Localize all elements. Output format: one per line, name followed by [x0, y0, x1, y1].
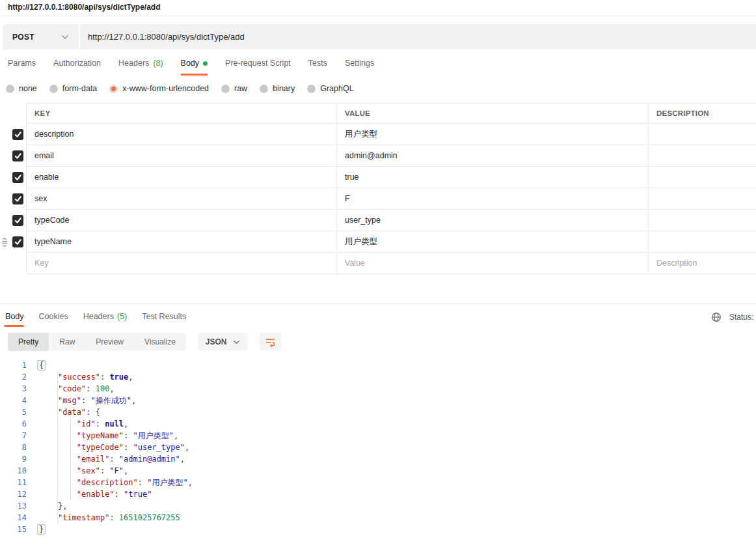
line-number: 11 — [0, 477, 32, 488]
token-key: "typeName" — [77, 431, 124, 440]
method-dropdown[interactable]: POST — [3, 24, 80, 49]
drag-handle-icon — [1, 237, 8, 247]
language-dropdown[interactable]: JSON — [198, 333, 248, 351]
param-value-cell[interactable]: 用户类型 — [336, 124, 648, 145]
chevron-down-icon — [61, 35, 69, 40]
param-description-cell[interactable] — [648, 188, 756, 210]
view-mode-preview[interactable]: Preview — [85, 333, 134, 351]
url-bar: POST http://127.0.0.1:8080/api/sys/dictT… — [3, 24, 756, 49]
param-description-cell[interactable] — [648, 167, 756, 188]
body-mode-binary[interactable]: binary — [260, 84, 295, 93]
code-text: } — [39, 524, 46, 535]
tab-settings[interactable]: Settings — [345, 59, 374, 76]
param-value-cell[interactable]: F — [336, 188, 648, 210]
token-pun: , — [185, 443, 189, 452]
tab-params[interactable]: Params — [8, 59, 36, 76]
token-num: 1651025767255 — [119, 513, 180, 522]
token-str: "用户类型" — [147, 478, 187, 487]
empty-param-row: KeyValueDescription — [0, 253, 756, 274]
mode-label: binary — [273, 84, 295, 93]
body-mode-radios: noneform-datax-www-form-urlencodedrawbin… — [6, 84, 354, 93]
line-number: 5 — [0, 406, 32, 418]
token-key: "description" — [77, 478, 138, 487]
tab-authorization[interactable]: Authorization — [53, 59, 101, 76]
row-gutter — [0, 188, 26, 210]
url-input[interactable]: http://127.0.0.1:8080/api/sys/dictType/a… — [80, 24, 756, 49]
view-mode-visualize[interactable]: Visualize — [134, 333, 186, 351]
mode-label: none — [19, 84, 37, 93]
code-line: 8 "typeCode": "user_type", — [0, 442, 756, 453]
token-str: "用户类型" — [133, 431, 174, 440]
code-text: "success": true, — [39, 371, 133, 383]
tab-count: (5) — [117, 312, 127, 321]
param-value-cell[interactable]: user_type — [336, 210, 648, 231]
token-num: 100 — [96, 384, 110, 393]
body-mode-graphql[interactable]: GraphQL — [307, 84, 353, 93]
response-tab-test-results[interactable]: Test Results — [142, 312, 186, 321]
param-value-cell[interactable]: true — [336, 167, 648, 188]
row-checkbox[interactable] — [12, 193, 23, 204]
body-mode-form-data[interactable]: form-data — [49, 84, 98, 93]
param-description-cell[interactable] — [648, 210, 756, 231]
view-mode-raw[interactable]: Raw — [49, 333, 85, 351]
row-checkbox[interactable] — [12, 236, 23, 247]
active-tab-underline — [4, 325, 24, 327]
drag-handle[interactable] — [1, 237, 8, 247]
param-value-input[interactable]: Value — [336, 253, 648, 274]
tab-headers[interactable]: Headers(8) — [118, 59, 163, 76]
response-tab-headers[interactable]: Headers(5) — [83, 312, 128, 321]
param-key-cell[interactable]: sex — [26, 188, 336, 210]
param-key-cell[interactable]: typeName — [26, 231, 336, 253]
line-number: 14 — [0, 512, 32, 524]
check-icon — [14, 238, 22, 246]
row-checkbox[interactable] — [12, 215, 23, 226]
view-mode-pretty[interactable]: Pretty — [8, 333, 49, 351]
token-pun: , — [124, 419, 128, 428]
wrap-text-button[interactable] — [260, 333, 281, 351]
body-mode-none[interactable]: none — [6, 84, 37, 93]
param-value-cell[interactable]: 用户类型 — [336, 231, 648, 253]
row-checkbox[interactable] — [12, 129, 23, 140]
param-key-cell[interactable]: enable — [26, 167, 336, 188]
row-gutter — [0, 253, 26, 274]
param-description-cell[interactable] — [648, 231, 756, 253]
tab-pre-request-script[interactable]: Pre-request Script — [225, 59, 291, 76]
param-description-cell[interactable] — [648, 145, 756, 167]
table-row: description用户类型 — [0, 124, 756, 145]
body-mode-x-www-form-urlencoded[interactable]: x-www-form-urlencoded — [109, 84, 209, 93]
radio-icon — [307, 85, 316, 93]
param-key-cell[interactable]: typeCode — [26, 210, 336, 231]
row-checkbox[interactable] — [12, 150, 23, 161]
token-pun: : — [115, 490, 124, 499]
language-label: JSON — [206, 337, 227, 346]
body-mode-raw[interactable]: raw — [221, 84, 247, 93]
token-key: "timestamp" — [58, 513, 109, 522]
code-line: 2 "success": true, — [0, 371, 756, 383]
row-checkbox[interactable] — [12, 172, 23, 183]
fold-bracket[interactable]: } — [37, 524, 46, 535]
code-text: "id": null, — [39, 418, 128, 430]
code-text: "code": 100, — [39, 383, 115, 395]
mode-label: raw — [234, 84, 247, 93]
param-key-cell[interactable]: description — [26, 124, 336, 145]
tab-tests[interactable]: Tests — [308, 59, 327, 76]
token-pun: }, — [58, 501, 67, 511]
token-pun: : — [124, 431, 133, 440]
table-row: emailadmin@admin — [0, 145, 756, 167]
code-line: 4 "msg": "操作成功", — [0, 395, 756, 406]
code-line: 5 "data": { — [0, 406, 756, 418]
fold-bracket[interactable]: { — [37, 360, 46, 371]
response-tab-cookies[interactable]: Cookies — [39, 312, 68, 321]
param-description-cell[interactable] — [648, 124, 756, 145]
mode-label: form-data — [62, 84, 98, 93]
response-status: Status: 2 — [711, 312, 756, 322]
response-tabs: BodyCookiesHeaders(5)Test Results — [5, 312, 186, 321]
method-label: POST — [12, 33, 34, 42]
tab-body[interactable]: Body — [181, 59, 208, 76]
param-description-input[interactable]: Description — [648, 253, 756, 274]
param-key-cell[interactable]: email — [26, 145, 336, 167]
param-value-cell[interactable]: admin@admin — [336, 145, 648, 167]
code-text: "typeCode": "user_type", — [39, 442, 189, 453]
response-tab-body[interactable]: Body — [5, 312, 24, 321]
param-key-input[interactable]: Key — [26, 253, 336, 274]
